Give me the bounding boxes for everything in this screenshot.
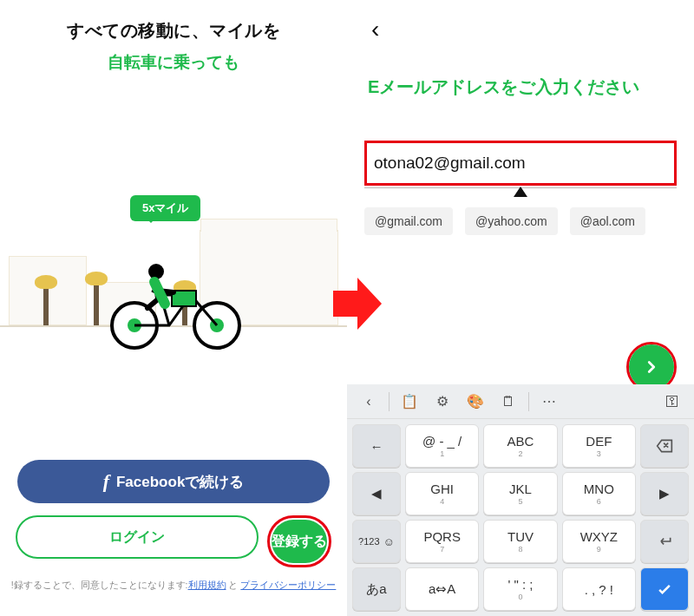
cyclist-icon xyxy=(104,256,252,351)
suggestion-yahoo[interactable]: @yahoo.com xyxy=(465,207,558,235)
key-[interactable]: ' " : ;0 xyxy=(483,567,557,611)
svg-marker-6 xyxy=(333,278,382,330)
key-123[interactable]: ?123☺ xyxy=(352,520,401,563)
key-[interactable]: ← xyxy=(352,424,401,468)
facebook-button[interactable]: f Facebookで続ける xyxy=(17,460,330,503)
hero-illustration: 5xマイル xyxy=(0,152,347,377)
key-mno[interactable]: MNO6 xyxy=(562,472,636,515)
key-[interactable]: ▶ xyxy=(640,472,689,515)
keyboard-toolbar: ‹ 📋 ⚙ 🎨 🗒 ⋯ ⚿ xyxy=(347,384,694,419)
facebook-icon: f xyxy=(103,470,109,493)
email-entry-screen: ‹ Eメールアドレスをご入力ください @gmail.com @yahoo.com… xyxy=(347,0,694,616)
domain-suggestions: @gmail.com @yahoo.com @aol.com xyxy=(364,207,677,235)
note-icon[interactable]: 🗒 xyxy=(494,390,523,414)
terms-link[interactable]: 利用規約 xyxy=(188,580,226,590)
text-caret-icon xyxy=(514,187,527,197)
key-jkl[interactable]: JKL5 xyxy=(483,472,557,515)
more-icon[interactable]: ⋯ xyxy=(534,390,564,414)
register-highlight: 登録する xyxy=(267,515,331,567)
facebook-label: Facebookで続ける xyxy=(116,472,244,492)
key-icon[interactable]: ⚿ xyxy=(658,390,687,414)
hero-title: すべての移動に、マイルを xyxy=(0,19,347,43)
chevron-right-icon xyxy=(642,357,661,377)
palette-icon[interactable]: 🎨 xyxy=(461,390,490,414)
email-field[interactable] xyxy=(372,147,669,180)
key-[interactable]: . , ? ! xyxy=(562,567,636,611)
login-button[interactable]: ログイン xyxy=(16,515,259,559)
soft-keyboard: ‹ 📋 ⚙ 🎨 🗒 ⋯ ⚿ ←@ - _ /1ABC2DEF3◀GHI4JKL5… xyxy=(347,384,694,616)
privacy-link[interactable]: プライバシーポリシー xyxy=(240,580,336,590)
key-[interactable]: ◀ xyxy=(352,472,401,515)
next-button[interactable] xyxy=(629,344,674,390)
terms-text: !録することで、同意したことになります:利用規約 と プライバシーポリシー xyxy=(0,580,347,592)
key-[interactable] xyxy=(640,424,689,468)
key-[interactable] xyxy=(640,567,689,611)
key-[interactable] xyxy=(640,520,689,563)
key-wxyz[interactable]: WXYZ9 xyxy=(562,520,636,563)
suggestion-gmail[interactable]: @gmail.com xyxy=(364,207,453,235)
miles-badge: 5xマイル xyxy=(130,195,200,221)
flow-arrow-icon xyxy=(333,278,382,330)
key-tuv[interactable]: TUV8 xyxy=(483,520,557,563)
suggestion-aol[interactable]: @aol.com xyxy=(570,207,645,235)
clipboard-icon[interactable]: 📋 xyxy=(395,390,424,414)
kbd-collapse-button[interactable]: ‹ xyxy=(354,390,383,414)
key-def[interactable]: DEF3 xyxy=(562,424,636,468)
hero-subtitle: 自転車に乗っても xyxy=(0,51,347,74)
key-a[interactable]: あa xyxy=(352,567,401,611)
email-prompt: Eメールアドレスをご入力ください xyxy=(368,68,673,106)
key-ghi[interactable]: GHI4 xyxy=(405,472,479,515)
key-pqrs[interactable]: PQRS7 xyxy=(405,520,479,563)
key-abc[interactable]: ABC2 xyxy=(483,424,557,468)
email-input-highlight xyxy=(364,141,677,186)
gear-icon[interactable]: ⚙ xyxy=(428,390,457,414)
back-button[interactable]: ‹ xyxy=(371,16,379,43)
key-aa[interactable]: a⇔A xyxy=(405,567,479,611)
key-[interactable]: @ - _ /1 xyxy=(405,424,479,468)
register-button[interactable]: 登録する xyxy=(272,520,327,563)
onboarding-screen: すべての移動に、マイルを 自転車に乗っても 5xマイル f Facebookで続… xyxy=(0,0,347,616)
